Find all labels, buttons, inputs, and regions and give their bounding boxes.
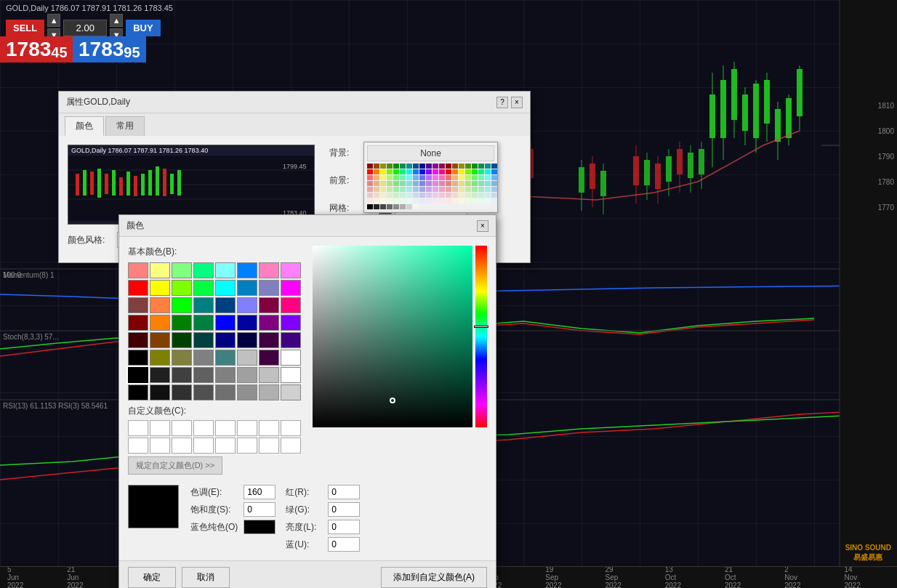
dropdown-color-103[interactable] — [387, 193, 393, 198]
dropdown-color-86[interactable] — [406, 187, 412, 192]
dropdown-color-43[interactable] — [387, 175, 393, 180]
dropdown-color-113[interactable] — [452, 193, 458, 198]
basic-color-39[interactable] — [281, 332, 301, 348]
dropdown-color-116[interactable] — [472, 193, 478, 198]
dropdown-color-100[interactable] — [367, 193, 373, 198]
dropdown-color-147[interactable] — [413, 204, 419, 209]
dropdown-color-105[interactable] — [400, 193, 406, 198]
dropdown-color-64[interactable] — [393, 181, 399, 186]
basic-color-7[interactable] — [281, 262, 301, 278]
dropdown-color-52[interactable] — [446, 175, 451, 180]
dropdown-color-44[interactable] — [393, 175, 399, 180]
dropdown-color-133[interactable] — [452, 198, 458, 204]
dropdown-color-85[interactable] — [400, 187, 406, 192]
dropdown-color-141[interactable] — [374, 204, 379, 209]
dropdown-color-54[interactable] — [459, 175, 464, 180]
custom-color-11[interactable] — [172, 438, 192, 454]
dropdown-color-136[interactable] — [472, 198, 478, 204]
dropdown-color-20[interactable] — [367, 169, 373, 174]
dropdown-color-2[interactable] — [380, 164, 386, 169]
dropdown-color-106[interactable] — [406, 193, 412, 198]
basic-color-40[interactable] — [128, 350, 148, 366]
dropdown-color-74[interactable] — [459, 181, 464, 186]
custom-color-3[interactable] — [172, 420, 192, 436]
dropdown-color-32[interactable] — [446, 169, 451, 174]
dropdown-color-145[interactable] — [400, 204, 406, 209]
basic-color-0[interactable] — [128, 262, 148, 278]
dropdown-color-72[interactable] — [446, 181, 451, 186]
custom-color-10[interactable] — [150, 438, 170, 454]
dropdown-color-140[interactable] — [367, 204, 373, 209]
dropdown-color-8[interactable] — [419, 164, 425, 169]
dropdown-color-109[interactable] — [426, 193, 432, 198]
dropdown-color-129[interactable] — [426, 198, 432, 204]
confirm-button[interactable]: 确定 — [128, 567, 176, 588]
dropdown-color-35[interactable] — [465, 169, 471, 174]
hue-input[interactable] — [244, 485, 275, 499]
basic-color-48[interactable] — [128, 367, 148, 383]
dropdown-color-58[interactable] — [485, 175, 491, 180]
basic-color-12[interactable] — [215, 280, 236, 296]
basic-color-19[interactable] — [193, 297, 214, 313]
dropdown-color-76[interactable] — [472, 181, 478, 186]
dropdown-color-120[interactable] — [367, 198, 373, 204]
dropdown-color-127[interactable] — [413, 198, 419, 204]
dropdown-color-108[interactable] — [419, 193, 425, 198]
dropdown-color-130[interactable] — [433, 198, 438, 204]
help-button[interactable]: ? — [496, 97, 508, 108]
dropdown-color-119[interactable] — [491, 193, 497, 198]
basic-color-14[interactable] — [259, 280, 279, 296]
dropdown-color-92[interactable] — [446, 187, 451, 192]
basic-color-36[interactable] — [215, 332, 236, 348]
define-colors-button[interactable]: 规定自定义颜色(D) >> — [128, 456, 222, 475]
custom-color-14[interactable] — [237, 438, 257, 454]
basic-color-52[interactable] — [215, 367, 236, 383]
sell-button[interactable]: SELL — [6, 20, 44, 36]
custom-color-15[interactable] — [259, 438, 279, 454]
dropdown-color-139[interactable] — [491, 198, 497, 204]
dropdown-color-40[interactable] — [367, 175, 373, 180]
basic-color-46[interactable] — [259, 350, 279, 366]
dropdown-color-81[interactable] — [374, 187, 379, 192]
dropdown-color-88[interactable] — [419, 187, 425, 192]
dropdown-color-118[interactable] — [485, 193, 491, 198]
basic-color-29[interactable] — [237, 315, 257, 331]
basic-color-6[interactable] — [259, 262, 279, 278]
dropdown-color-142[interactable] — [380, 204, 386, 209]
custom-color-7[interactable] — [259, 420, 279, 436]
dropdown-color-94[interactable] — [459, 187, 464, 192]
basic-color-22[interactable] — [259, 297, 279, 313]
gradient-canvas[interactable] — [313, 246, 472, 427]
dropdown-color-41[interactable] — [374, 175, 379, 180]
dropdown-color-3[interactable] — [387, 164, 393, 169]
basic-color-62[interactable] — [259, 384, 279, 400]
dropdown-color-16[interactable] — [472, 164, 478, 169]
dropdown-color-26[interactable] — [406, 169, 412, 174]
basic-color-2[interactable] — [172, 262, 192, 278]
dropdown-color-126[interactable] — [406, 198, 412, 204]
red-input[interactable] — [328, 485, 360, 499]
dropdown-color-79[interactable] — [491, 181, 497, 186]
dropdown-color-46[interactable] — [406, 175, 412, 180]
brightness-input[interactable] — [328, 520, 360, 534]
basic-color-54[interactable] — [259, 367, 279, 383]
custom-color-4[interactable] — [193, 420, 214, 436]
dropdown-color-114[interactable] — [459, 193, 464, 198]
dropdown-color-87[interactable] — [413, 187, 419, 192]
dropdown-color-10[interactable] — [433, 164, 438, 169]
dropdown-color-59[interactable] — [491, 175, 497, 180]
dropdown-color-101[interactable] — [374, 193, 379, 198]
dropdown-color-13[interactable] — [452, 164, 458, 169]
dropdown-color-31[interactable] — [439, 169, 445, 174]
basic-color-5[interactable] — [237, 262, 257, 278]
basic-color-25[interactable] — [150, 315, 170, 331]
dropdown-color-117[interactable] — [478, 193, 484, 198]
basic-color-9[interactable] — [150, 280, 170, 296]
basic-color-16[interactable] — [128, 297, 148, 313]
dropdown-color-123[interactable] — [387, 198, 393, 204]
dropdown-color-75[interactable] — [465, 181, 471, 186]
basic-color-31[interactable] — [281, 315, 301, 331]
dropdown-color-50[interactable] — [433, 175, 438, 180]
dropdown-color-82[interactable] — [380, 187, 386, 192]
none-option[interactable]: None — [367, 145, 494, 161]
